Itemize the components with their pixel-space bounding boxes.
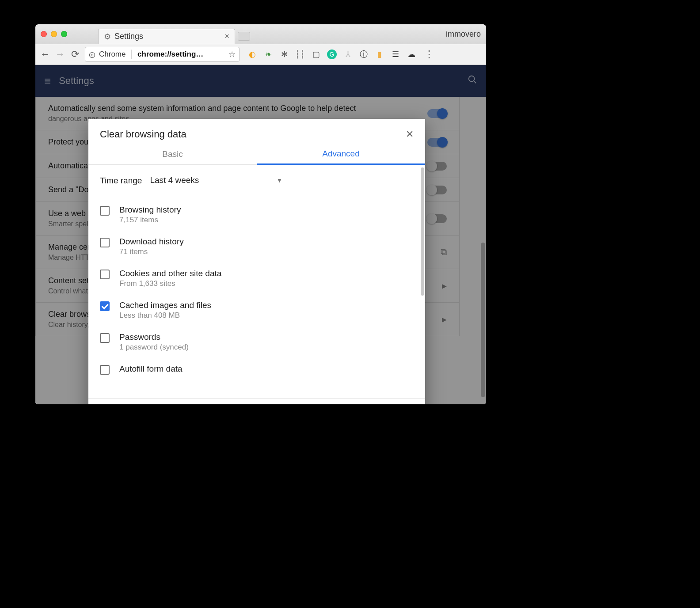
extension-icon[interactable]: ☰ [391,49,400,59]
time-range-label: Time range [100,176,142,186]
checkbox[interactable] [100,206,110,216]
clear-browsing-data-dialog: Clear browsing data ✕ Basic Advanced Tim… [88,119,425,404]
option-subtitle: 1 password (synced) [119,343,189,352]
option-subtitle: 71 items [119,247,184,256]
option-title: Cached images and files [119,300,211,310]
minimize-window-button[interactable] [51,31,57,37]
dialog-close-button[interactable]: ✕ [406,129,414,140]
clear-option[interactable]: Browsing history7,157 items [100,199,414,231]
tab-close-button[interactable]: × [224,32,229,41]
clear-option[interactable]: Passwords1 password (synced) [100,326,414,358]
page-content: ≡ Settings Automatically send some syste… [35,65,486,404]
zoom-window-button[interactable] [61,31,67,37]
bookmark-star-icon[interactable]: ☆ [228,49,236,59]
dialog-body: Time range Last 4 weeks ▼ Browsing histo… [88,165,425,398]
new-tab-button[interactable] [238,32,250,41]
checkbox[interactable] [100,270,110,279]
extension-icon[interactable]: ☁ [407,49,416,59]
option-subtitle: Less than 408 MB [119,311,211,320]
bug-icon[interactable]: ✻ [279,49,289,59]
browser-window: ⚙ Settings × immovero ← → ⟳ ◎ Chrome │ c… [35,24,486,404]
extension-icon[interactable]: ◐ [247,49,257,59]
titlebar: ⚙ Settings × immovero [35,24,486,44]
close-window-button[interactable] [41,31,47,37]
cast-icon[interactable]: ▢ [311,49,321,59]
clear-option[interactable]: Download history71 items [100,231,414,262]
checkbox[interactable] [100,365,110,375]
grammarly-icon[interactable]: G [327,49,337,59]
options-list: Browsing history7,157 itemsDownload hist… [100,199,414,381]
clear-option[interactable]: Autofill form data [100,358,414,381]
option-subtitle: From 1,633 sites [119,279,221,288]
dialog-scrollbar-thumb[interactable] [421,167,424,296]
checkbox[interactable] [100,301,110,311]
chrome-icon: ◎ [89,50,95,59]
dialog-footer: CANCEL CLEAR DATA [88,398,425,404]
reload-button[interactable]: ⟳ [70,49,80,60]
evernote-icon[interactable]: ❧ [263,49,273,59]
dialog-tabs: Basic Advanced [88,144,425,165]
time-range-select[interactable]: Last 4 weeks ▼ [150,173,282,188]
time-range-value: Last 4 weeks [150,175,199,185]
checkbox[interactable] [100,333,110,343]
toolbar: ← → ⟳ ◎ Chrome │ chrome://setting… ☆ ◐ ❧… [35,44,486,65]
option-title: Browsing history [119,205,181,215]
profile-label[interactable]: immovero [446,30,481,39]
browser-tab[interactable]: ⚙ Settings × [98,29,235,44]
address-bar[interactable]: ◎ Chrome │ chrome://setting… ☆ [85,47,240,62]
option-title: Cookies and other site data [119,269,221,278]
forward-button[interactable]: → [55,49,65,60]
back-button[interactable]: ← [40,49,50,60]
time-range-row: Time range Last 4 weeks ▼ [100,173,414,188]
info-icon[interactable]: ⓘ [359,49,369,59]
extensions: ◐ ❧ ✻ ┇┇ ▢ G ⅄ ⓘ ▮ ☰ ☁ ⋮ [247,49,434,60]
tab-title: Settings [114,32,143,41]
gear-icon: ⚙ [104,32,111,42]
dialog-scroll-area[interactable]: Time range Last 4 weeks ▼ Browsing histo… [88,165,425,398]
url-text: chrome://setting… [137,50,203,59]
checkbox[interactable] [100,238,110,247]
extension-icon[interactable]: ▮ [375,49,384,59]
clear-option[interactable]: Cached images and filesLess than 408 MB [100,294,414,326]
grid-icon[interactable]: ┇┇ [295,49,305,59]
dialog-header: Clear browsing data ✕ [88,119,425,144]
kebab-menu-icon[interactable]: ⋮ [424,49,434,60]
tab-basic[interactable]: Basic [88,144,257,164]
option-subtitle: 7,157 items [119,216,181,224]
chevron-down-icon: ▼ [277,177,283,184]
tab-advanced[interactable]: Advanced [257,144,425,165]
option-title: Download history [119,237,184,247]
option-title: Passwords [119,332,189,342]
browser-label: Chrome [99,50,126,59]
option-title: Autofill form data [119,364,183,374]
window-controls [41,31,67,37]
extension-icon[interactable]: ⅄ [343,49,353,59]
dialog-title: Clear browsing data [100,129,186,140]
clear-option[interactable]: Cookies and other site dataFrom 1,633 si… [100,262,414,294]
